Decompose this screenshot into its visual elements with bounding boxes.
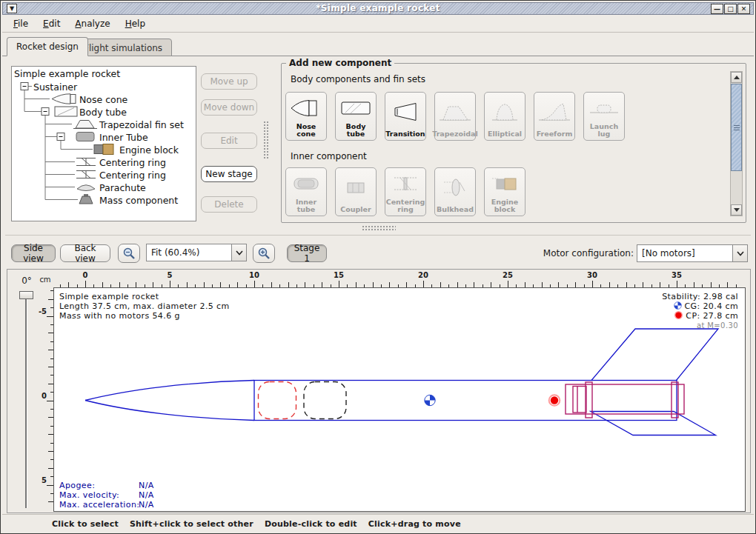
application-window: ▼ *Simple example rocket — □ ✕ File Edit… — [0, 0, 756, 534]
menu-file[interactable]: File — [7, 16, 35, 31]
nose-cone-icon — [289, 93, 323, 123]
motor-configuration-select[interactable]: [No motors] — [637, 244, 748, 262]
tree-item-rocket[interactable]: Simple example rocket — [14, 68, 120, 79]
close-button[interactable]: ✕ — [737, 4, 750, 14]
body-tube-icon — [55, 107, 77, 116]
tree-item-centering-ring-2[interactable]: Centering ring — [99, 170, 166, 181]
add-elliptical-fin-button[interactable]: Elliptical — [484, 92, 525, 141]
scroll-down-arrow[interactable] — [731, 204, 742, 216]
back-view-toggle[interactable]: Back view — [60, 244, 110, 262]
expander-sustainer[interactable] — [21, 83, 28, 90]
scroll-thumb[interactable] — [731, 84, 742, 171]
parachute-outline[interactable] — [259, 382, 296, 419]
vertical-splitter-handle[interactable] — [263, 121, 270, 159]
cg-marker[interactable] — [425, 395, 435, 405]
zoom-select[interactable]: Fit (60.4%) — [146, 244, 247, 261]
engine-block-outline[interactable] — [573, 387, 586, 413]
menu-help[interactable]: Help — [119, 16, 152, 31]
bulkhead-icon — [438, 168, 472, 206]
new-stage-button[interactable]: New stage — [201, 166, 257, 182]
centering-ring-icon — [76, 158, 96, 178]
tree-item-inner-tube[interactable]: Inner Tube — [99, 132, 148, 143]
body-tube-icon — [339, 93, 373, 123]
inner-tube-icon — [289, 168, 323, 198]
inner-tube-icon — [76, 133, 94, 141]
flight-info: Apogee:N/A Max. velocity:N/A Max. accele… — [59, 481, 154, 510]
add-coupler-button[interactable]: Coupler — [335, 167, 377, 216]
horizontal-splitter-handle[interactable] — [362, 225, 396, 232]
mass-component-outline[interactable] — [304, 382, 346, 419]
menu-analyze[interactable]: Analyze — [68, 16, 116, 31]
rotation-slider-handle[interactable] — [19, 291, 33, 299]
add-launch-lug-button[interactable]: Launch lug — [583, 92, 625, 141]
menu-edit[interactable]: Edit — [36, 16, 67, 31]
elliptical-fin-icon — [488, 93, 522, 130]
component-panel-scrollbar[interactable] — [730, 71, 743, 216]
magnifier-plus-icon — [257, 247, 271, 260]
tree-item-nose-cone[interactable]: Nose cone — [79, 94, 127, 105]
fin-top-outline[interactable] — [591, 329, 718, 381]
rotation-angle-label: 0° — [16, 276, 37, 286]
apogee-value: N/A — [139, 481, 154, 490]
tree-item-trapezoidal-fin-set[interactable]: Trapezoidal fin set — [99, 119, 184, 130]
add-body-tube-button[interactable]: Body tube — [335, 92, 377, 141]
cp-icon — [674, 311, 683, 319]
tree-item-mass-component[interactable]: Mass component — [99, 195, 178, 206]
move-up-button[interactable]: Move up — [201, 73, 257, 90]
scroll-up-arrow[interactable] — [731, 72, 742, 83]
zoom-out-button[interactable] — [118, 244, 140, 263]
h-ruler: 05101520253035 — [53, 271, 746, 287]
tab-rocket-design[interactable]: Rocket design — [7, 37, 88, 56]
coupler-icon — [339, 168, 373, 206]
rotation-slider-track[interactable] — [25, 295, 27, 508]
tree-item-parachute[interactable]: Parachute — [99, 182, 146, 193]
window-title: *Simple example rocket — [3, 3, 753, 14]
tree-item-centering-ring-1[interactable]: Centering ring — [99, 157, 166, 168]
tab-flight-simulations[interactable]: Flight simulations — [74, 39, 172, 56]
status-bar: Click to select Shift+click to select ot… — [2, 514, 754, 533]
side-view-toggle[interactable]: Side view — [11, 244, 56, 262]
magnifier-minus-icon — [122, 247, 136, 260]
maximize-button[interactable]: □ — [724, 4, 737, 14]
tab-row: Rocket design Flight simulations — [2, 33, 754, 56]
tree-item-body-tube[interactable]: Body tube — [79, 107, 127, 118]
add-inner-tube-button[interactable]: Inner tube — [285, 167, 327, 216]
menu-bar: File Edit Analyze Help — [2, 15, 754, 33]
mach-condition: at M=0.30 — [662, 321, 738, 330]
fin-bottom-outline[interactable] — [591, 412, 716, 435]
add-nose-cone-button[interactable]: Nose cone — [285, 92, 327, 141]
centering-ring-icon — [388, 168, 422, 198]
rocket-info-text: Simple example rocket Length 37.5 cm, ma… — [59, 292, 230, 321]
add-bulkhead-button[interactable]: Bulkhead — [434, 167, 476, 216]
nose-cone-outline[interactable] — [85, 381, 254, 401]
expander-inner-tube[interactable] — [57, 133, 64, 141]
add-engine-block-button[interactable]: Engine block — [484, 167, 525, 216]
body-components-label: Body components and fin sets — [291, 74, 425, 84]
minimize-button[interactable]: — — [711, 4, 723, 14]
zoom-in-button[interactable] — [253, 244, 275, 263]
stability-value: Stability: 2.98 cal — [662, 292, 738, 301]
expander-body-tube[interactable] — [42, 108, 49, 116]
move-down-button[interactable]: Move down — [201, 99, 257, 116]
delete-button[interactable]: Delete — [201, 196, 257, 213]
hint-shift-click: Shift+click to select other — [130, 519, 253, 529]
motor-configuration-value: [No motors] — [637, 245, 732, 261]
freeform-fin-icon — [537, 93, 571, 130]
tree-item-engine-block[interactable]: Engine block — [119, 144, 179, 156]
add-freeform-fin-button[interactable]: Freeform — [534, 92, 575, 141]
parachute-icon — [77, 185, 95, 191]
add-transition-button[interactable]: Transition — [385, 92, 426, 141]
window-menu-icon[interactable]: ▼ — [7, 4, 17, 13]
engine-block-icon — [488, 168, 522, 198]
stage-1-toggle[interactable]: Stage 1 — [287, 244, 327, 262]
edit-button[interactable]: Edit — [201, 133, 257, 149]
tree-item-sustainer[interactable]: Sustainer — [33, 81, 77, 93]
mass-component-icon — [79, 194, 93, 204]
add-trapezoidal-fin-button[interactable]: Trapezoidal — [434, 92, 476, 141]
engine-block-icon — [94, 144, 113, 155]
inner-tube-outline[interactable] — [566, 384, 684, 414]
ruler-unit-label: cm — [37, 271, 53, 287]
add-centering-ring-button[interactable]: Centering ring — [385, 167, 426, 216]
transition-icon — [388, 93, 422, 130]
cp-marker[interactable] — [549, 395, 560, 406]
